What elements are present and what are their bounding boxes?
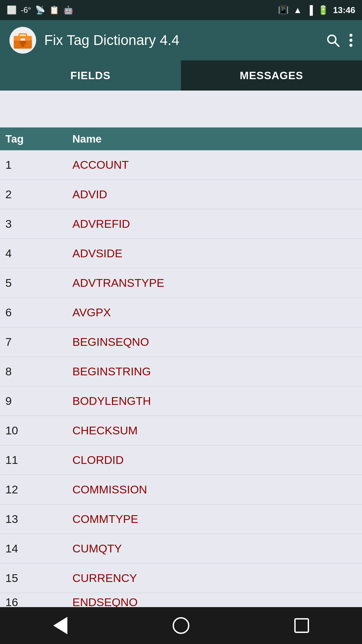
tab-messages[interactable]: MESSAGES [181, 60, 362, 91]
svg-line-7 [335, 42, 339, 46]
battery-icon: 🔋 [318, 5, 328, 15]
svg-rect-5 [21, 43, 24, 47]
home-button[interactable] [164, 612, 198, 639]
recents-button[interactable] [285, 612, 318, 639]
table-row[interactable]: 8 BEGINSTRING [0, 357, 362, 386]
table-row[interactable]: 11 CLORDID [0, 445, 362, 475]
table-row[interactable]: 7 BEGINSEQNO [0, 327, 362, 357]
svg-point-10 [350, 44, 353, 47]
svg-rect-3 [20, 39, 25, 41]
table-row[interactable]: 4 ADVSIDE [0, 239, 362, 268]
row-tag-15: 15 [5, 572, 72, 585]
logo-svg [11, 29, 35, 52]
row-tag-2: 2 [5, 188, 72, 201]
svg-point-8 [350, 34, 353, 37]
row-name-14: CUMQTY [72, 542, 357, 555]
signal-icon: ▐ [307, 5, 313, 15]
table-rows: 1 ACCOUNT 2 ADVID 3 ADVREFID 4 ADVSIDE 5… [0, 150, 362, 611]
nav-bar [0, 607, 362, 644]
status-bar-left: ⬜ -6° 📡 📋 🤖 [7, 5, 73, 15]
app-bar-actions [326, 33, 353, 47]
row-name-6: AVGPX [72, 306, 357, 319]
table-row[interactable]: 13 COMMTYPE [0, 504, 362, 534]
table-row[interactable]: 6 AVGPX [0, 298, 362, 327]
row-name-8: BEGINSTRING [72, 365, 357, 378]
row-tag-8: 8 [5, 365, 72, 378]
cast-icon: 📡 [35, 5, 45, 15]
row-name-10: CHECKSUM [72, 424, 357, 437]
row-tag-11: 11 [5, 453, 72, 467]
row-name-3: ADVREFID [72, 217, 357, 230]
temperature: -6° [21, 5, 31, 15]
time-display: 13:46 [333, 5, 356, 15]
row-name-11: CLORDID [72, 453, 357, 467]
photo-icon: ⬜ [7, 5, 17, 15]
clipboard-icon: 📋 [49, 5, 59, 15]
search-icon [326, 33, 340, 47]
data-table: Tag Name 1 ACCOUNT 2 ADVID 3 ADVREFID 4 … [0, 127, 362, 611]
table-row[interactable]: 3 ADVREFID [0, 209, 362, 239]
row-name-2: ADVID [72, 188, 357, 201]
row-tag-5: 5 [5, 276, 72, 289]
android-icon: 🤖 [63, 5, 73, 15]
more-options-icon [349, 33, 353, 47]
table-row[interactable]: 15 CURRENCY [0, 564, 362, 593]
status-bar-right: 📳 ▲ ▐ 🔋 13:46 [278, 5, 355, 15]
row-name-13: COMMTYPE [72, 513, 357, 526]
row-name-5: ADVTRANSTYPE [72, 276, 357, 289]
table-row[interactable]: 1 ACCOUNT [0, 150, 362, 180]
table-row[interactable]: 2 ADVID [0, 180, 362, 209]
row-tag-9: 9 [5, 394, 72, 408]
row-name-15: CURRENCY [72, 572, 357, 585]
header-name: Name [72, 133, 357, 145]
table-row[interactable]: 12 COMMISSION [0, 475, 362, 504]
row-tag-1: 1 [5, 158, 72, 171]
row-tag-13: 13 [5, 513, 72, 526]
table-row[interactable]: 5 ADVTRANSTYPE [0, 268, 362, 298]
home-icon [173, 617, 189, 634]
row-tag-3: 3 [5, 217, 72, 230]
row-name-4: ADVSIDE [72, 247, 357, 260]
row-name-7: BEGINSEQNO [72, 335, 357, 348]
row-tag-12: 12 [5, 483, 72, 496]
tab-fields[interactable]: FIELDS [0, 60, 181, 91]
tab-bar: FIELDS MESSAGES [0, 60, 362, 91]
header-tag: Tag [5, 133, 72, 145]
app-bar: Fix Tag Dictionary 4.4 [0, 20, 362, 60]
table-row[interactable]: 10 CHECKSUM [0, 416, 362, 445]
row-tag-4: 4 [5, 247, 72, 260]
search-button[interactable] [326, 33, 340, 47]
svg-point-9 [350, 39, 353, 42]
more-options-button[interactable] [349, 33, 353, 47]
row-tag-14: 14 [5, 542, 72, 555]
search-area [0, 91, 362, 127]
vibrate-icon: 📳 [278, 5, 289, 15]
table-row[interactable]: 9 BODYLENGTH [0, 386, 362, 416]
row-tag-7: 7 [5, 335, 72, 348]
back-button[interactable] [44, 612, 77, 639]
row-name-9: BODYLENGTH [72, 394, 357, 408]
status-bar: ⬜ -6° 📡 📋 🤖 📳 ▲ ▐ 🔋 13:46 [0, 0, 362, 20]
back-icon [53, 617, 67, 634]
row-tag-6: 6 [5, 306, 72, 319]
row-name-12: COMMISSION [72, 483, 357, 496]
app-title: Fix Tag Dictionary 4.4 [44, 32, 318, 48]
recents-icon [294, 618, 309, 633]
wifi-icon: ▲ [293, 5, 302, 15]
app-logo [9, 27, 36, 54]
table-header: Tag Name [0, 127, 362, 150]
table-row[interactable]: 14 CUMQTY [0, 534, 362, 564]
row-tag-10: 10 [5, 424, 72, 437]
row-name-1: ACCOUNT [72, 158, 357, 171]
